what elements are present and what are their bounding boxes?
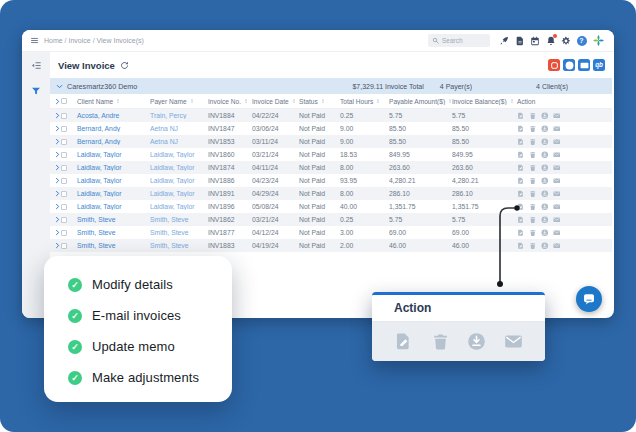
download-icon[interactable] (541, 151, 549, 159)
download-icon[interactable] (541, 138, 549, 146)
edit-icon[interactable] (517, 125, 525, 133)
sort-icon[interactable] (375, 98, 381, 104)
trash-icon[interactable] (529, 216, 537, 224)
client-name-link[interactable]: Smith, Steve (77, 216, 150, 223)
row-checkbox[interactable] (61, 113, 67, 119)
row-checkbox[interactable] (61, 230, 67, 236)
expand-row-icon[interactable] (54, 125, 61, 132)
download-icon[interactable] (541, 229, 549, 237)
table-row[interactable]: Bernard, AndyAetna NJINV184703/06/24Not … (50, 122, 612, 135)
edit-icon[interactable] (517, 229, 525, 237)
row-checkbox[interactable] (61, 243, 67, 249)
chat-button[interactable] (576, 286, 602, 312)
trash-icon[interactable] (529, 190, 537, 198)
edit-icon[interactable] (517, 203, 525, 211)
calendar-icon[interactable] (530, 36, 540, 46)
trash-icon[interactable] (529, 203, 537, 211)
mail-icon[interactable] (553, 164, 561, 172)
table-row[interactable]: Laidlaw, TaylorLaidlaw, TaylorINV186003/… (50, 148, 612, 161)
gear-icon[interactable] (561, 36, 571, 46)
download-icon[interactable] (541, 190, 549, 198)
column-header-payable-amount[interactable]: Payable Amount($) (389, 98, 452, 105)
trash-icon[interactable] (529, 112, 537, 120)
mail-icon[interactable] (553, 190, 561, 198)
edit-icon[interactable] (517, 190, 525, 198)
column-header-status[interactable]: Status (299, 98, 340, 105)
client-name-link[interactable]: Bernard, Andy (77, 125, 150, 132)
mail-icon[interactable] (553, 203, 561, 211)
expand-all-icon[interactable] (54, 98, 61, 105)
sort-icon[interactable] (189, 98, 195, 104)
edit-icon[interactable] (517, 112, 525, 120)
edit-icon[interactable] (517, 177, 525, 185)
table-row[interactable]: Smith, SteveSmith, SteveINV188304/19/24N… (50, 239, 612, 252)
row-checkbox[interactable] (61, 191, 67, 197)
payer-name-link[interactable]: Laidlaw, Taylor (150, 177, 208, 184)
expand-row-icon[interactable] (54, 242, 61, 249)
expand-row-icon[interactable] (54, 151, 61, 158)
edit-icon[interactable] (517, 138, 525, 146)
client-name-link[interactable]: Smith, Steve (77, 242, 150, 249)
client-name-link[interactable]: Laidlaw, Taylor (77, 177, 150, 184)
expand-row-icon[interactable] (54, 138, 61, 145)
table-row[interactable]: Laidlaw, TaylorLaidlaw, TaylorINV189605/… (50, 200, 612, 213)
download-icon[interactable] (467, 332, 486, 351)
client-name-link[interactable]: Bernard, Andy (77, 138, 150, 145)
row-checkbox[interactable] (61, 152, 67, 158)
sidebar-collapse-icon[interactable] (31, 60, 42, 71)
client-name-link[interactable]: Laidlaw, Taylor (77, 190, 150, 197)
select-all-checkbox[interactable] (61, 98, 67, 104)
download-icon[interactable] (541, 125, 549, 133)
filter-icon[interactable] (31, 86, 41, 96)
sort-icon[interactable] (291, 98, 297, 104)
expand-row-icon[interactable] (54, 203, 61, 210)
column-header-client-name[interactable]: Client Name (77, 98, 150, 105)
delete-icon[interactable] (431, 332, 450, 351)
edit-icon[interactable] (517, 216, 525, 224)
bell-icon[interactable] (546, 36, 556, 46)
expand-row-icon[interactable] (54, 164, 61, 171)
payer-name-link[interactable]: Smith, Steve (150, 229, 208, 236)
payer-name-link[interactable]: Smith, Steve (150, 216, 208, 223)
row-checkbox[interactable] (61, 139, 67, 145)
trash-icon[interactable] (529, 242, 537, 250)
sort-icon[interactable] (243, 98, 249, 104)
email-icon[interactable] (504, 332, 523, 351)
menu-icon[interactable] (30, 36, 39, 45)
table-group-row[interactable]: Caresmartz360 Demo $7,329.11 Invoice Tot… (50, 78, 612, 94)
rocket-icon[interactable] (499, 36, 509, 46)
payer-name-link[interactable]: Aetna NJ (150, 138, 208, 145)
trash-icon[interactable] (529, 177, 537, 185)
table-row[interactable]: Laidlaw, TaylorLaidlaw, TaylorINV188604/… (50, 174, 612, 187)
payer-name-link[interactable]: Laidlaw, Taylor (150, 164, 208, 171)
help-icon[interactable]: ? (577, 36, 587, 46)
table-row[interactable]: Laidlaw, TaylorLaidlaw, TaylorINV189104/… (50, 187, 612, 200)
table-row[interactable]: Acosta, AndreTrain, PercyINV188404/22/24… (50, 109, 612, 122)
trash-icon[interactable] (529, 164, 537, 172)
download-icon[interactable] (541, 112, 549, 120)
client-name-link[interactable]: Laidlaw, Taylor (77, 203, 150, 210)
table-row[interactable]: Bernard, AndyAetna NJINV185303/11/24Not … (50, 135, 612, 148)
edit-icon[interactable] (517, 242, 525, 250)
edit-icon[interactable] (517, 164, 525, 172)
mail-icon[interactable] (553, 242, 561, 250)
refresh-icon[interactable] (120, 61, 129, 70)
mail-icon[interactable] (553, 125, 561, 133)
row-checkbox[interactable] (61, 178, 67, 184)
trash-icon[interactable] (529, 151, 537, 159)
client-name-link[interactable]: Acosta, Andre (77, 112, 150, 119)
mail-icon[interactable] (553, 229, 561, 237)
quickbooks-button[interactable]: qb (593, 59, 605, 71)
mail-icon[interactable] (553, 112, 561, 120)
column-header-payer-name[interactable]: Payer Name (150, 98, 208, 105)
trash-icon[interactable] (529, 125, 537, 133)
column-header-invoice-no[interactable]: Invoice No. (208, 98, 252, 105)
payer-name-link[interactable]: Laidlaw, Taylor (150, 151, 208, 158)
download-icon[interactable] (541, 242, 549, 250)
edit-icon[interactable] (517, 151, 525, 159)
row-checkbox[interactable] (61, 217, 67, 223)
column-header-invoice-balance[interactable]: Invoice Balance($) (452, 98, 517, 105)
sort-icon[interactable] (509, 98, 515, 104)
payer-name-link[interactable]: Smith, Steve (150, 242, 208, 249)
payer-name-link[interactable]: Train, Percy (150, 112, 208, 119)
